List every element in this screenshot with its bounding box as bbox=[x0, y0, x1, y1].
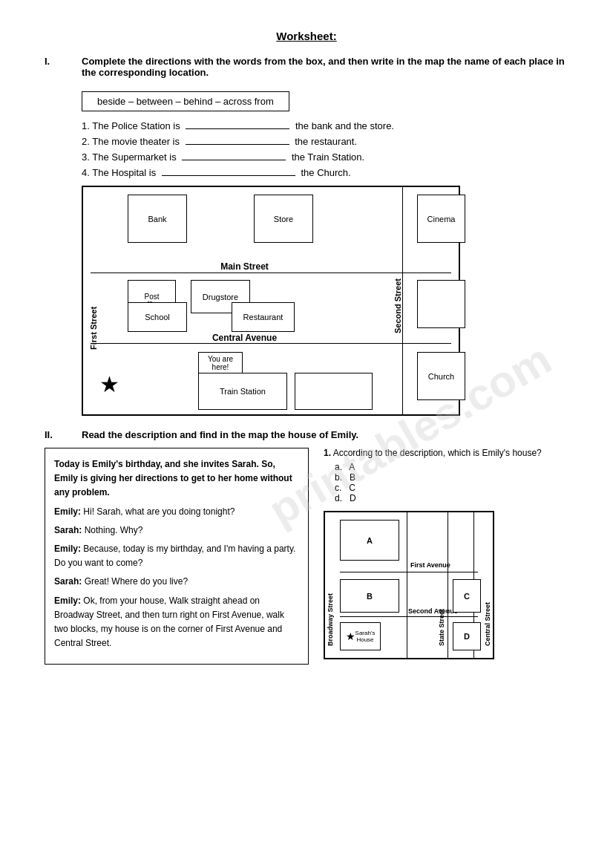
mini-broadway: Broadway Street bbox=[327, 527, 334, 646]
q3-blank[interactable] bbox=[182, 160, 286, 160]
mini-second-avenue: Second Avenue bbox=[408, 607, 458, 615]
dialog-line-2: Sarah: Nothing. Why? bbox=[54, 523, 299, 538]
question-3: 3. The Supermarket is the Train Station. bbox=[82, 151, 568, 163]
first-street-label: First Street bbox=[89, 232, 98, 425]
word-box: beside – between – behind – across from bbox=[82, 91, 289, 111]
answer-options: a. A b. B c. C d. D bbox=[335, 462, 568, 503]
map-inner: Main Street Central Avenue First Street … bbox=[83, 187, 459, 414]
right-middle-building bbox=[417, 280, 465, 328]
dialog-line-1: Emily: Hi! Sarah, what are you doing ton… bbox=[54, 505, 299, 519]
q4-text: The Hospital is bbox=[92, 167, 159, 178]
mini-central: Central Street bbox=[484, 527, 491, 646]
q4-suffix: the Church. bbox=[301, 167, 350, 178]
q1-suffix: the bank and the store. bbox=[295, 120, 394, 131]
question-4: 4. The Hospital is the Church. bbox=[82, 167, 568, 178]
option-a: a. A bbox=[335, 462, 568, 472]
store-building: Store bbox=[254, 195, 313, 243]
section2-q1: 1. According to the description, which i… bbox=[324, 448, 568, 503]
q1-text: The Police Station is bbox=[92, 120, 183, 131]
main-street-label: Main Street bbox=[83, 261, 406, 272]
dialog-intro: Today is Emily's birthday, and she invit… bbox=[54, 457, 299, 500]
question-1: 1. The Police Station is the bank and th… bbox=[82, 120, 568, 131]
dialog-box: Today is Emily's birthday, and she invit… bbox=[45, 448, 309, 665]
star-icon: ★ bbox=[99, 371, 119, 397]
mini-building-b: B bbox=[340, 579, 399, 613]
q3-num: 3. bbox=[82, 151, 90, 163]
q2-text: The movie theater is bbox=[92, 136, 182, 147]
question-2: 2. The movie theater is the restaurant. bbox=[82, 136, 568, 147]
bank-building: Bank bbox=[128, 195, 187, 243]
sarahs-house: ★ Sarah'sHouse bbox=[340, 622, 381, 650]
q2-blank[interactable] bbox=[186, 144, 289, 145]
q2-suffix: the restaurant. bbox=[295, 136, 357, 147]
empty-bottom-building bbox=[295, 373, 373, 410]
section1-roman: I. bbox=[45, 56, 67, 78]
mini-building-d: D bbox=[453, 622, 481, 650]
dialog-line-3: Emily: Because, today is my birthday, an… bbox=[54, 542, 299, 570]
second-street-label: Second Street bbox=[393, 202, 402, 410]
church-building: Church bbox=[417, 352, 465, 400]
section2-instruction: Read the description and find in the map… bbox=[82, 429, 568, 440]
mini-building-c: C bbox=[453, 579, 481, 613]
section2-roman: II. bbox=[45, 429, 67, 440]
school-building: School bbox=[128, 302, 187, 332]
mini-state: State Street bbox=[438, 527, 445, 646]
q4-blank[interactable] bbox=[162, 175, 295, 176]
option-b: b. B bbox=[335, 472, 568, 483]
you-are-here: You arehere! bbox=[198, 352, 243, 374]
option-d: d. D bbox=[335, 493, 568, 503]
q1-blank[interactable] bbox=[186, 128, 289, 129]
central-avenue-label: Central Avenue bbox=[83, 333, 406, 343]
section2-content: Today is Emily's birthday, and she invit… bbox=[45, 448, 568, 665]
cinema-building: Cinema bbox=[417, 195, 465, 243]
q3-text: The Supermarket is bbox=[92, 151, 179, 163]
mini-building-a: A bbox=[340, 520, 399, 561]
section2: II. Read the description and find in the… bbox=[45, 429, 568, 665]
q1-num: 1. bbox=[82, 120, 90, 131]
mini-map: First Avenue Second Avenue Broadway Stre… bbox=[324, 511, 494, 659]
dialog-line-5: Emily: Ok, from your house, Walk straigh… bbox=[54, 594, 299, 651]
city-map: Main Street Central Avenue First Street … bbox=[82, 186, 460, 416]
restaurant-building: Restaurant bbox=[232, 302, 295, 332]
train-station-building: Train Station bbox=[198, 373, 287, 410]
q4-num: 4. bbox=[82, 167, 90, 178]
q3-suffix: the Train Station. bbox=[292, 151, 364, 163]
section1-instruction: Complete the directions with the words f… bbox=[82, 56, 568, 78]
section2-questions: 1. According to the description, which i… bbox=[324, 448, 568, 503]
section1-questions: 1. The Police Station is the bank and th… bbox=[82, 120, 568, 178]
q2-num: 2. bbox=[82, 136, 90, 147]
right-panel: 1. According to the description, which i… bbox=[324, 448, 568, 665]
worksheet-title: Worksheet: bbox=[45, 30, 568, 42]
dialog-line-4: Sarah: Great! Where do you live? bbox=[54, 575, 299, 589]
option-c: c. C bbox=[335, 483, 568, 493]
